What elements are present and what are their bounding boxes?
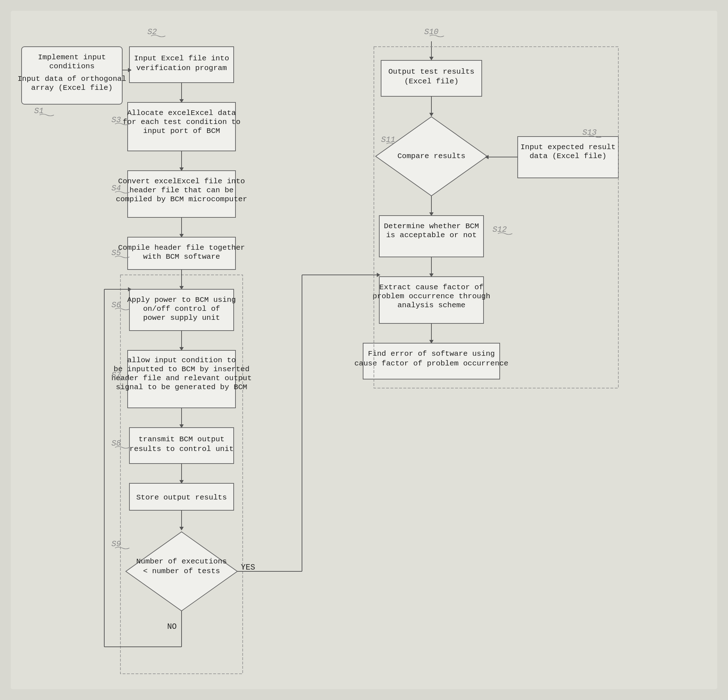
svg-text:input port of BCM: input port of BCM	[143, 127, 220, 135]
svg-text:cause factor of problem occurr: cause factor of problem occurrence	[354, 359, 508, 368]
svg-text:Input expected result: Input expected result	[521, 143, 616, 151]
svg-text:conditions: conditions	[49, 62, 95, 71]
diagram-svg: Implement input conditions Input data of…	[0, 0, 728, 700]
svg-text:with BCM software: with BCM software	[143, 253, 220, 261]
svg-text:Determine whether BCM: Determine whether BCM	[384, 222, 479, 230]
svg-text:Output test results: Output test results	[388, 68, 474, 76]
svg-text:power supply unit: power supply unit	[143, 314, 220, 322]
svg-text:Store output results: Store output results	[136, 494, 227, 502]
diagram-container: Implement input conditions Input data of…	[0, 0, 728, 700]
svg-text:(Excel file): (Excel file)	[404, 77, 458, 85]
svg-text:Input data of orthogonal: Input data of orthogonal	[17, 75, 126, 83]
svg-text:header file that can be: header file that can be	[129, 186, 234, 195]
svg-text:NO: NO	[167, 622, 176, 631]
svg-text:verification program: verification program	[136, 64, 227, 72]
svg-text:Apply power to BCM using: Apply power to BCM using	[127, 296, 236, 304]
svg-text:Compare results: Compare results	[397, 152, 465, 160]
svg-text:data (Excel file): data (Excel file)	[530, 152, 607, 160]
svg-text:problem occurrence through: problem occurrence through	[373, 292, 490, 300]
svg-text:signal to be generated by BCM: signal to be generated by BCM	[116, 383, 247, 391]
svg-text:Number of executions: Number of executions	[136, 557, 227, 566]
svg-text:Allocate excelExcel data: Allocate excelExcel data	[127, 109, 236, 117]
svg-text:< number of tests: < number of tests	[143, 567, 220, 575]
svg-text:results to control unit: results to control unit	[129, 445, 234, 453]
svg-text:Implement input: Implement input	[38, 53, 106, 61]
svg-text:analysis scheme: analysis scheme	[397, 301, 465, 309]
svg-text:Find error of software using: Find error of software using	[368, 350, 495, 358]
svg-text:Compile header file together: Compile header file together	[118, 244, 245, 252]
svg-text:is acceptable or not: is acceptable or not	[386, 231, 477, 239]
svg-text:header file and relevant outpu: header file and relevant output	[111, 374, 252, 382]
svg-text:Input Excel file into: Input Excel file into	[134, 54, 230, 62]
svg-text:allow input condition to: allow input condition to	[127, 356, 236, 364]
svg-text:be inputted to BCM by inserted: be inputted to BCM by inserted	[114, 365, 250, 373]
svg-text:Convert excelExcel file into: Convert excelExcel file into	[118, 177, 245, 185]
svg-text:compiled by BCM microcomputer: compiled by BCM microcomputer	[116, 195, 247, 204]
svg-text:Extract cause factor of: Extract cause factor of	[379, 283, 484, 292]
svg-text:array (Excel file): array (Excel file)	[31, 84, 113, 92]
svg-text:transmit BCM output: transmit BCM output	[139, 435, 224, 443]
svg-text:on/off control of: on/off control of	[143, 305, 220, 313]
svg-text:YES: YES	[241, 563, 255, 572]
svg-text:for each test condition to: for each test condition to	[123, 118, 241, 126]
